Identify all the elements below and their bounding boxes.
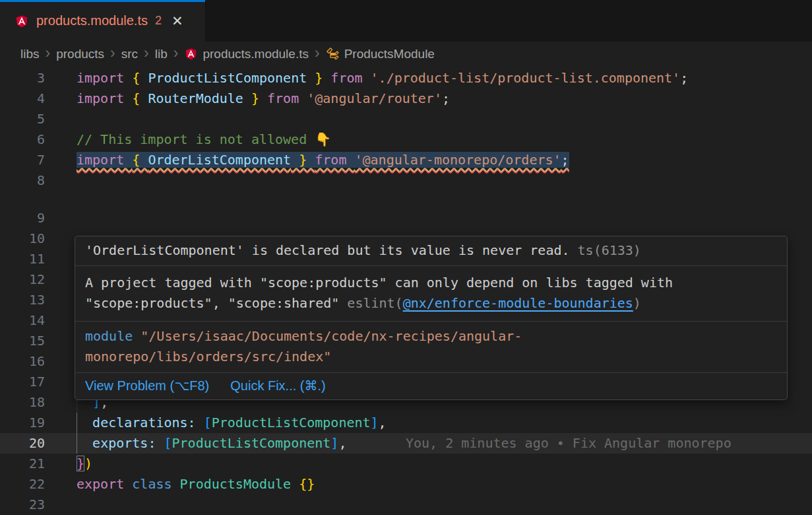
- tab-error-count-badge: 2: [155, 14, 162, 28]
- breadcrumb-item-src[interactable]: src: [121, 47, 138, 61]
- angular-icon: [184, 47, 198, 61]
- line-number-5[interactable]: 5: [0, 109, 45, 129]
- chevron-right-icon: ›: [138, 44, 155, 64]
- breadcrumb: libs › products › src › lib › products.m…: [0, 42, 812, 66]
- line-number-3[interactable]: 3: [0, 68, 45, 88]
- module-path-info: module "/Users/isaac/Documents/code/nx-r…: [75, 322, 787, 373]
- error-highlight: import { OrderListComponent } from '@ang…: [77, 152, 569, 168]
- chevron-right-icon: ›: [309, 44, 326, 64]
- line-number-6[interactable]: 6: [0, 129, 45, 150]
- code-line-text: // This import is not allowed 👇: [77, 129, 331, 150]
- code-line-6[interactable]: 6// This import is not allowed 👇: [0, 129, 812, 150]
- line-number-22[interactable]: 22: [0, 474, 45, 495]
- view-problem-action[interactable]: View Problem (⌥F8): [85, 376, 209, 395]
- code-line-text: }): [77, 454, 92, 474]
- diagnostic-ts-message: 'OrderListComponent' is declared but its…: [75, 236, 787, 266]
- quick-fix-action[interactable]: Quick Fix... (⌘.): [230, 376, 325, 395]
- code-line-19[interactable]: 19 declarations: [ProductListComponent],: [0, 413, 812, 433]
- code-line-21[interactable]: 21}): [0, 454, 812, 474]
- line-number-23[interactable]: 23: [0, 495, 45, 515]
- line-number-15[interactable]: 15: [0, 331, 45, 351]
- code-line-22[interactable]: 22export class ProductsModule {}: [0, 474, 812, 495]
- close-icon[interactable]: ✕: [172, 14, 183, 28]
- code-line-20[interactable]: 20 exports: [ProductListComponent],You, …: [0, 433, 812, 454]
- chevron-right-icon: ›: [40, 44, 57, 64]
- git-blame-annotation: You, 2 minutes ago • Fix Angular monorep…: [406, 433, 732, 454]
- code-line-5[interactable]: 5: [0, 109, 812, 129]
- tab-bar: products.module.ts 2 ✕: [0, 0, 812, 42]
- point-down-emoji: 👇: [315, 131, 331, 147]
- code-line-text: export class ProductsModule {}: [77, 474, 315, 495]
- breadcrumb-item-symbol[interactable]: ProductsModule: [344, 47, 435, 61]
- line-number-17[interactable]: 17: [0, 372, 45, 392]
- breadcrumb-item-lib[interactable]: lib: [155, 47, 168, 61]
- line-number-9[interactable]: 9: [0, 208, 45, 228]
- line-number-8[interactable]: 8: [0, 170, 45, 191]
- hover-popup: 'OrderListComponent' is declared but its…: [75, 236, 788, 400]
- line-number-16[interactable]: 16: [0, 351, 45, 372]
- tab-products-module[interactable]: products.module.ts 2 ✕: [0, 0, 206, 42]
- diagnostic-code: ts(6133): [578, 242, 641, 258]
- line-number-7[interactable]: 7: [0, 150, 45, 170]
- breadcrumb-item-libs[interactable]: libs: [20, 47, 40, 61]
- angular-icon: [15, 14, 29, 28]
- eslint-rule-link[interactable]: @nx/enforce-module-boundaries: [403, 295, 633, 311]
- breadcrumb-item-file[interactable]: products.module.ts: [203, 47, 309, 61]
- line-number-20[interactable]: 20: [0, 433, 45, 454]
- code-line-text: declarations: [ProductListComponent],: [77, 413, 387, 433]
- line-number-11[interactable]: 11: [0, 249, 45, 269]
- code-line-23[interactable]: 23: [0, 495, 812, 515]
- line-number-18[interactable]: 18: [0, 392, 45, 413]
- code-line-text: import { RouterModule } from '@angular/r…: [77, 88, 450, 109]
- code-line-8[interactable]: 8: [0, 170, 812, 191]
- tab-title: products.module.ts: [36, 13, 148, 28]
- line-number-4[interactable]: 4: [0, 88, 45, 109]
- class-symbol-icon: [326, 47, 340, 61]
- code-line-9[interactable]: 9: [0, 208, 812, 228]
- chevron-right-icon: ›: [168, 44, 185, 64]
- diagnostic-eslint-message: A project tagged with "scope:products" c…: [75, 266, 787, 322]
- code-line-3[interactable]: 3import { ProductListComponent } from '.…: [0, 68, 812, 88]
- line-number-14[interactable]: 14: [0, 310, 45, 331]
- code-line-text: import { OrderListComponent } from '@ang…: [77, 150, 569, 170]
- line-number-13[interactable]: 13: [0, 290, 45, 310]
- code-line-text: import { ProductListComponent } from './…: [77, 68, 688, 88]
- line-number-12[interactable]: 12: [0, 269, 45, 290]
- breadcrumb-item-products[interactable]: products: [56, 47, 104, 61]
- line-number-10[interactable]: 10: [0, 228, 45, 249]
- code-line-7[interactable]: 7import { OrderListComponent } from '@an…: [0, 150, 812, 170]
- code-line-4[interactable]: 4import { RouterModule } from '@angular/…: [0, 88, 812, 109]
- chevron-right-icon: ›: [104, 44, 121, 64]
- code-editor[interactable]: 3import { ProductListComponent } from '.…: [0, 66, 812, 515]
- line-number-19[interactable]: 19: [0, 413, 45, 433]
- hover-actions: View Problem (⌥F8) Quick Fix... (⌘.): [75, 373, 787, 399]
- line-number-21[interactable]: 21: [0, 454, 45, 474]
- code-line-text: exports: [ProductListComponent],: [77, 433, 346, 454]
